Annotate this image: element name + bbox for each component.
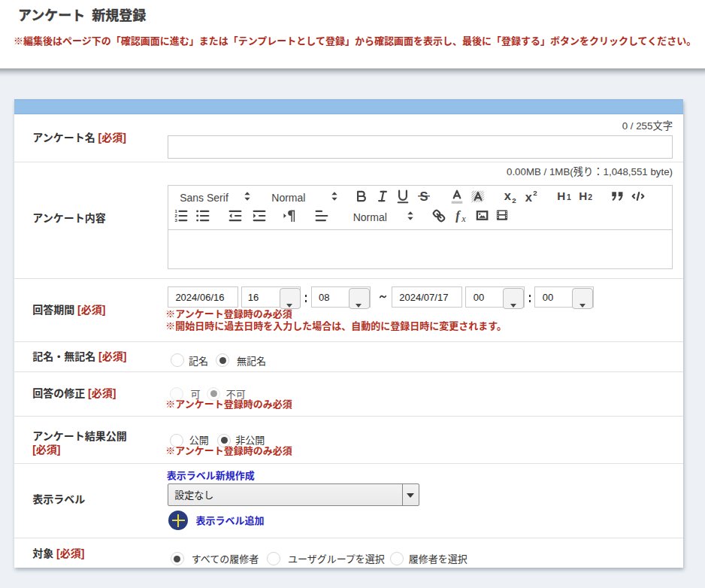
svg-text:1: 1 <box>567 193 571 202</box>
svg-text:x: x <box>504 189 511 202</box>
svg-text:2: 2 <box>588 193 592 202</box>
svg-text:2: 2 <box>533 189 537 197</box>
svg-text:x: x <box>525 190 532 204</box>
svg-text:H: H <box>557 189 565 202</box>
svg-text:3: 3 <box>174 218 177 223</box>
svg-text:H: H <box>579 189 587 202</box>
svg-text:1: 1 <box>174 209 177 214</box>
svg-text:f: f <box>455 208 461 223</box>
svg-text:2: 2 <box>512 196 516 205</box>
svg-text:2: 2 <box>174 214 177 218</box>
svg-text:x: x <box>461 214 466 224</box>
